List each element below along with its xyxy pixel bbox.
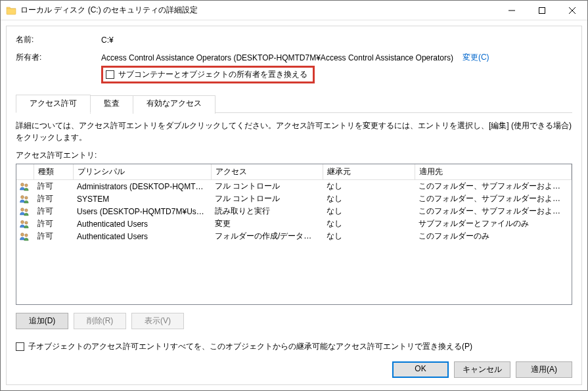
svg-point-13 xyxy=(25,233,28,236)
svg-point-7 xyxy=(25,196,28,198)
users-icon xyxy=(19,181,30,192)
cell-type: 許可 xyxy=(34,230,73,242)
svg-point-5 xyxy=(25,183,28,186)
col-inherited-header[interactable]: 継承元 xyxy=(323,164,415,180)
table-row[interactable]: 許可Administrators (DESKTOP-HQMTD7...フル コン… xyxy=(16,180,572,193)
tab-auditing[interactable]: 監査 xyxy=(90,95,133,114)
users-icon xyxy=(19,194,30,204)
svg-point-10 xyxy=(21,220,24,223)
cell-principal: Authenticated Users xyxy=(73,218,211,230)
advanced-security-window: ローカル ディスク (C:) のセキュリティの詳細設定 名前: C:¥ 所有者:… xyxy=(0,0,588,391)
owner-value: Access Control Assistance Operators (DES… xyxy=(101,53,453,62)
minimize-button[interactable] xyxy=(497,1,527,20)
cell-applies: このフォルダー、サブフォルダーおよびファイル xyxy=(415,193,572,205)
cell-principal: Administrators (DESKTOP-HQMTD7... xyxy=(73,180,211,193)
permissions-panel: 詳細については、アクセス許可エントリをダブルクリックしてください。アクセス許可エ… xyxy=(16,113,572,378)
svg-point-11 xyxy=(25,221,28,223)
cancel-button[interactable]: キャンセル xyxy=(454,361,510,378)
table-header-row: 種類 プリンシパル アクセス 継承元 適用先 xyxy=(16,164,572,180)
replace-owner-highlight: サブコンテナーとオブジェクトの所有者を置き換える xyxy=(101,66,315,83)
replace-child-permissions-label: 子オブジェクトのアクセス許可エントリすべてを、このオブジェクトからの継承可能なア… xyxy=(28,341,472,352)
folder-icon xyxy=(6,5,16,16)
cell-applies: サブフォルダーとファイルのみ xyxy=(415,218,572,230)
remove-button[interactable]: 削除(R) xyxy=(74,313,126,329)
col-access-header[interactable]: アクセス xyxy=(211,164,323,180)
cell-applies: このフォルダー、サブフォルダーおよびファイル xyxy=(415,180,572,193)
cell-access: 読み取りと実行 xyxy=(211,205,323,218)
replace-owner-label: サブコンテナーとオブジェクトの所有者を置き換える xyxy=(118,69,307,80)
cell-access: フォルダーの作成/データの追加 xyxy=(211,230,323,242)
content-frame: 名前: C:¥ 所有者: Access Control Assistance O… xyxy=(6,26,582,385)
users-icon xyxy=(19,231,30,242)
cell-inherited: なし xyxy=(323,205,415,218)
owner-line: Access Control Assistance Operators (DES… xyxy=(101,52,572,63)
svg-point-9 xyxy=(25,208,28,211)
replace-owner-checkbox[interactable] xyxy=(106,70,114,79)
col-principal-header[interactable]: プリンシパル xyxy=(73,164,211,180)
apply-button[interactable]: 適用(A) xyxy=(516,361,572,378)
cell-inherited: なし xyxy=(323,218,415,230)
owner-row: 所有者: Access Control Assistance Operators… xyxy=(16,52,572,86)
cell-inherited: なし xyxy=(323,180,415,193)
cell-applies: このフォルダーのみ xyxy=(415,230,572,242)
dialog-buttons: OK キャンセル 適用(A) xyxy=(16,361,572,378)
svg-point-8 xyxy=(21,208,24,211)
cell-access: フル コントロール xyxy=(211,180,323,193)
entry-action-buttons: 追加(D) 削除(R) 表示(V) xyxy=(16,313,572,329)
col-type-header[interactable]: 種類 xyxy=(34,164,73,180)
titlebar: ローカル ディスク (C:) のセキュリティの詳細設定 xyxy=(1,1,587,20)
users-icon xyxy=(19,206,30,217)
table-row[interactable]: 許可Users (DESKTOP-HQMTD7M¥Users)読み取りと実行なし… xyxy=(16,205,572,218)
name-row: 名前: C:¥ xyxy=(16,34,572,45)
cell-type: 許可 xyxy=(34,193,73,205)
tab-permissions-label: アクセス許可 xyxy=(30,99,77,108)
table-row[interactable]: 許可SYSTEMフル コントロールなしこのフォルダー、サブフォルダーおよびファイ… xyxy=(16,193,572,205)
col-icon-header[interactable] xyxy=(16,164,34,180)
window-title: ローカル ディスク (C:) のセキュリティの詳細設定 xyxy=(20,5,497,16)
tab-effective-label: 有効なアクセス xyxy=(147,99,202,108)
table-row[interactable]: 許可Authenticated Users変更なしサブフォルダーとファイルのみ xyxy=(16,218,572,230)
name-value: C:¥ xyxy=(101,35,572,45)
users-icon xyxy=(19,219,30,229)
replace-child-permissions-checkbox[interactable] xyxy=(16,342,24,351)
tab-auditing-label: 監査 xyxy=(104,99,120,108)
tab-permissions[interactable]: アクセス許可 xyxy=(16,95,91,113)
tab-strip: アクセス許可 監査 有効なアクセス xyxy=(16,94,572,113)
add-button[interactable]: 追加(D) xyxy=(16,313,68,329)
close-button[interactable] xyxy=(557,1,587,20)
name-label: 名前: xyxy=(16,34,101,45)
svg-point-4 xyxy=(21,183,24,186)
cell-inherited: なし xyxy=(323,230,415,242)
tab-effective-access[interactable]: 有効なアクセス xyxy=(133,95,215,114)
cell-type: 許可 xyxy=(34,218,73,230)
permission-entries-table: 種類 プリンシパル アクセス 継承元 適用先 許可Administrators … xyxy=(16,164,572,305)
cell-type: 許可 xyxy=(34,205,73,218)
window-controls xyxy=(497,1,587,20)
owner-label: 所有者: xyxy=(16,52,101,63)
view-button[interactable]: 表示(V) xyxy=(131,313,184,329)
cell-principal: SYSTEM xyxy=(73,193,211,205)
cell-access: 変更 xyxy=(211,218,323,230)
cell-access: フル コントロール xyxy=(211,193,323,205)
cell-applies: このフォルダー、サブフォルダーおよびファイル xyxy=(415,205,572,218)
owner-value-area: Access Control Assistance Operators (DES… xyxy=(101,52,572,86)
change-owner-link[interactable]: 変更(C) xyxy=(463,52,489,63)
maximize-button[interactable] xyxy=(527,1,557,20)
cell-principal: Authenticated Users xyxy=(73,230,211,242)
cell-principal: Users (DESKTOP-HQMTD7M¥Users) xyxy=(73,205,211,218)
col-applies-header[interactable]: 適用先 xyxy=(415,164,572,180)
entries-label: アクセス許可エントリ: xyxy=(16,150,572,161)
svg-rect-1 xyxy=(539,7,545,13)
replace-child-permissions-row: 子オブジェクトのアクセス許可エントリすべてを、このオブジェクトからの継承可能なア… xyxy=(16,341,572,352)
table-row[interactable]: 許可Authenticated Usersフォルダーの作成/データの追加なしこの… xyxy=(16,230,572,242)
cell-inherited: なし xyxy=(323,193,415,205)
svg-point-6 xyxy=(21,195,24,198)
cell-type: 許可 xyxy=(34,180,73,193)
svg-point-12 xyxy=(21,233,24,236)
description-text: 詳細については、アクセス許可エントリをダブルクリックしてください。アクセス許可エ… xyxy=(16,120,572,143)
ok-button[interactable]: OK xyxy=(392,361,449,378)
